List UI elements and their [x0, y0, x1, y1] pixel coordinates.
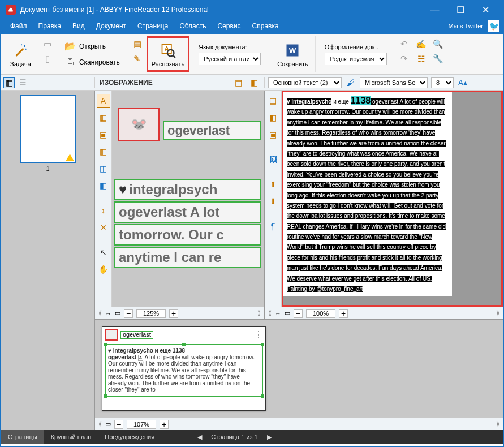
find-icon[interactable]: 🔍	[433, 38, 444, 50]
open-button[interactable]: 📂 Открыть	[61, 39, 123, 54]
page-edit-icon[interactable]: ✎	[132, 53, 143, 65]
task-button[interactable]: Задача	[8, 39, 33, 70]
fit-width-icon[interactable]: ↔	[105, 310, 111, 317]
save-button[interactable]: W Сохранить	[275, 39, 311, 70]
warning-icon	[66, 154, 74, 161]
style-b-icon[interactable]: ☵	[416, 53, 427, 65]
page-thumbnail[interactable]	[20, 95, 76, 163]
window-title: Документ без имени [1] - ABBYY FineReade…	[20, 6, 422, 14]
move-area-icon[interactable]: ◧	[97, 179, 110, 192]
pointer-icon[interactable]: ↖	[97, 246, 110, 259]
image-scroll[interactable]: 🐭 ogeverlast ♥integralpsych ogeverlast A…	[112, 91, 264, 307]
view-thumbs-button[interactable]: ▦	[3, 77, 15, 88]
thumb-zoom-input[interactable]	[127, 420, 156, 429]
t-zoom-in-button[interactable]: +	[339, 309, 348, 318]
fit-page-icon[interactable]: ▭	[115, 310, 120, 317]
close-button[interactable]: ✕	[473, 1, 498, 18]
scroll-left-icon[interactable]: ⟪	[98, 310, 102, 317]
font-select[interactable]: Microsoft Sans Serif	[360, 77, 428, 88]
brush-icon[interactable]: 🖌	[345, 77, 356, 88]
style-a-icon[interactable]: ✍	[416, 38, 427, 50]
t-icon-2[interactable]: ◧	[266, 111, 280, 124]
fontsize-select[interactable]: 8	[431, 77, 454, 88]
t-icon-1[interactable]: ▤	[266, 94, 280, 108]
page-prev-icon[interactable]: ◀	[195, 433, 204, 441]
new-doc-icon[interactable]: ▭	[42, 38, 53, 50]
layout-select[interactable]: Редактируемая	[325, 53, 387, 65]
text-vtoolbar: ▤ ◧ ▣ 🖼 ⬆ ⬇ ¶	[265, 91, 282, 307]
text-region-4[interactable]: tomorrow. Our c	[114, 224, 261, 246]
page-add-icon[interactable]: ▤	[132, 38, 143, 50]
image-zoom-input[interactable]	[136, 309, 166, 318]
delete-icon[interactable]: ✕	[97, 221, 110, 234]
text-zoom-input[interactable]	[306, 309, 335, 318]
status-tab-zoom[interactable]: Крупный план	[44, 430, 98, 444]
thumb-menu-icon[interactable]: ⋮	[254, 330, 263, 340]
style-select[interactable]: Основной текст (2)	[268, 77, 342, 88]
text-view[interactable]: v integralpsycho и еще 1138 ogeverlast A…	[282, 91, 503, 307]
t-fit-page-icon[interactable]: ▭	[285, 310, 290, 317]
select-area-icon[interactable]: ◫	[97, 162, 110, 175]
t-zoom-out-button[interactable]: −	[294, 309, 303, 318]
menu-file[interactable]: Файл	[5, 18, 33, 34]
image-region[interactable]: 🐭	[118, 108, 160, 141]
scan-button[interactable]: 🖶 Сканировать	[61, 55, 123, 70]
scroll-right-icon[interactable]: ⟫	[257, 310, 261, 317]
zoom-out-button[interactable]: −	[124, 309, 133, 318]
th-zoom-in-button[interactable]: +	[160, 420, 169, 429]
menu-area[interactable]: Область	[174, 18, 212, 34]
th-zoom-out-button[interactable]: −	[114, 420, 123, 429]
table-area-icon[interactable]: ▦	[97, 111, 110, 124]
menu-view[interactable]: Вид	[67, 18, 91, 34]
hand-icon[interactable]: ✋	[97, 263, 110, 276]
minimize-button[interactable]: —	[422, 1, 447, 18]
font-increase-icon[interactable]: A▴	[457, 77, 468, 88]
t-icon-3[interactable]: ▣	[266, 128, 280, 141]
text-region-5[interactable]: anytime I can re	[114, 247, 261, 268]
text-area-icon[interactable]: A	[97, 94, 110, 108]
menu-page[interactable]: Страница	[132, 18, 174, 34]
menu-tools[interactable]: Сервис	[212, 18, 247, 34]
undo-icon[interactable]: ↶	[399, 38, 410, 50]
menu-document[interactable]: Документ	[91, 18, 132, 34]
text-region-1[interactable]: ogeverlast	[163, 121, 261, 140]
maximize-button[interactable]: ☐	[447, 1, 473, 18]
recognize-button[interactable]: A Распознать	[149, 39, 187, 70]
t-img-icon[interactable]: 🖼	[266, 153, 280, 166]
status-tab-warnings[interactable]: Предупреждения	[98, 430, 161, 444]
settings-icon[interactable]: 🔧	[433, 53, 444, 65]
main-area: 1 A ▦ ▣ ▥ ◫ ◧ ↕ ✕ ↖ ✋	[1, 91, 503, 430]
avatar-icon	[105, 329, 118, 341]
text-region-3[interactable]: ogeverlast A lot	[114, 201, 261, 223]
thumb-card[interactable]: ogeverlast ⋮ ♥ integralpsycho и еще 1138…	[102, 326, 266, 411]
order-icon[interactable]: ↕	[97, 204, 110, 217]
text-region-2[interactable]: ♥integralpsych	[114, 179, 261, 200]
image-tool-b-icon[interactable]: ◧	[248, 77, 260, 88]
redo-icon[interactable]: ↷	[399, 53, 410, 65]
t-next-icon[interactable]: ⬇	[266, 195, 280, 208]
doc-icon[interactable]: ▯	[42, 53, 53, 65]
language-select[interactable]: Русский и англий	[199, 53, 261, 65]
t-prev-icon[interactable]: ⬆	[266, 178, 280, 191]
status-tab-pages[interactable]: Страницы	[1, 430, 44, 444]
scan-label: Сканировать	[79, 58, 120, 66]
task-label: Задача	[10, 61, 31, 67]
zoom-in-button[interactable]: +	[169, 309, 178, 318]
text-content[interactable]: v integralpsycho и еще 1138 ogeverlast A…	[283, 92, 452, 296]
twitter-link[interactable]: Мы в Twitter: 🐦	[449, 20, 499, 32]
t-fit-width-icon[interactable]: ↔	[275, 310, 281, 317]
view-list-button[interactable]: ☰	[17, 77, 28, 88]
image-tool-a-icon[interactable]: ▤	[232, 77, 244, 88]
page-next-icon[interactable]: ▶	[265, 433, 274, 441]
menu-help[interactable]: Справка	[247, 18, 285, 34]
barcode-area-icon[interactable]: ▥	[97, 145, 110, 158]
th-scroll-right-icon[interactable]: ⟫	[496, 420, 499, 428]
t-para-icon[interactable]: ¶	[266, 220, 280, 233]
thumb-text-region[interactable]: ♥ integralpsycho и еще 1138 ogeverlast A…	[105, 344, 263, 397]
t-scroll-left-icon[interactable]: ⟪	[268, 310, 272, 317]
t-scroll-right-icon[interactable]: ⟫	[496, 310, 499, 317]
th-fit-icon[interactable]: ▭	[105, 420, 111, 428]
pic-area-icon[interactable]: ▣	[97, 128, 110, 141]
menu-edit[interactable]: Правка	[33, 18, 67, 34]
th-scroll-left-icon[interactable]: ⟪	[98, 420, 102, 428]
